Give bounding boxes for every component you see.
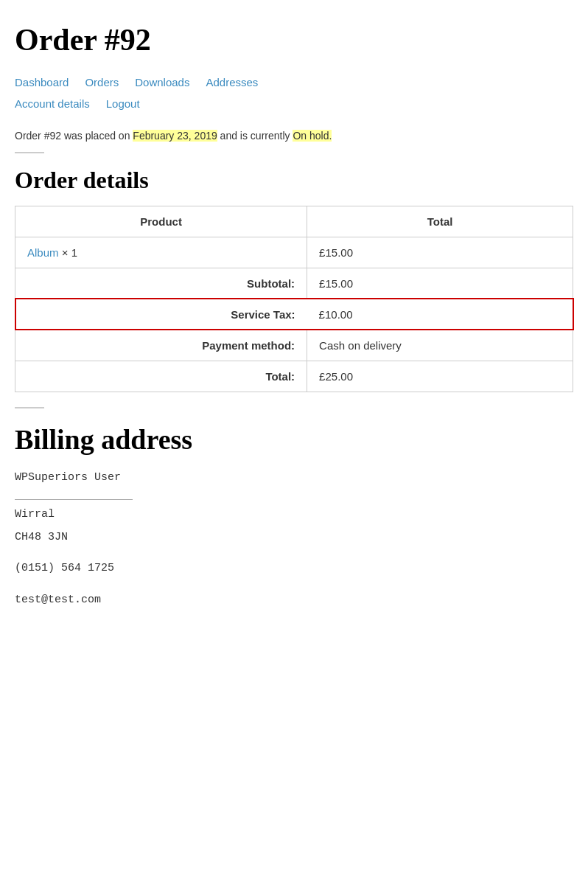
- divider-1: [15, 152, 44, 153]
- divider-2: [15, 407, 44, 408]
- billing-email: test@test.com: [15, 590, 573, 611]
- table-header-row: Product Total: [15, 206, 573, 237]
- billing-title: Billing address: [15, 423, 573, 456]
- total-row: Total: £25.00: [15, 361, 573, 392]
- nav-addresses[interactable]: Addresses: [206, 76, 258, 88]
- nav-dashboard[interactable]: Dashboard: [15, 76, 69, 88]
- billing-postcode: CH48 3JN: [15, 527, 573, 549]
- nav-logout[interactable]: Logout: [106, 97, 140, 110]
- subtotal-value: £15.00: [307, 268, 573, 299]
- service-tax-label: Service Tax:: [15, 299, 307, 330]
- payment-method-label: Payment method:: [15, 330, 307, 361]
- order-status-middle: and is currently: [217, 130, 293, 142]
- product-total: £15.00: [307, 237, 573, 268]
- billing-address-line2: [15, 491, 133, 500]
- service-tax-row: Service Tax: £10.00: [15, 299, 573, 330]
- nav-downloads[interactable]: Downloads: [135, 76, 189, 88]
- total-value: £25.00: [307, 361, 573, 392]
- order-status-value: On hold.: [293, 130, 332, 142]
- nav-links: Dashboard Orders Downloads Addresses Acc…: [15, 72, 573, 115]
- billing-name: WPSuperiors User: [15, 467, 573, 489]
- nav-account-details[interactable]: Account details: [15, 97, 90, 110]
- col-header-total: Total: [307, 206, 573, 237]
- order-status-prefix: Order #92 was placed on: [15, 130, 133, 142]
- product-qty: × 1: [62, 246, 77, 259]
- service-tax-value: £10.00: [307, 299, 573, 330]
- table-row: Album × 1 £15.00: [15, 237, 573, 268]
- billing-city: Wirral: [15, 504, 573, 526]
- subtotal-label: Subtotal:: [15, 268, 307, 299]
- order-status: Order #92 was placed on February 23, 201…: [15, 130, 573, 142]
- billing-address: WPSuperiors User Wirral CH48 3JN (0151) …: [15, 467, 573, 611]
- product-cell: Album × 1: [15, 237, 307, 268]
- billing-section: Billing address WPSuperiors User Wirral …: [15, 423, 573, 611]
- billing-phone: (0151) 564 1725: [15, 558, 573, 580]
- product-link[interactable]: Album: [27, 246, 59, 259]
- subtotal-row: Subtotal: £15.00: [15, 268, 573, 299]
- payment-method-value: Cash on delivery: [307, 330, 573, 361]
- nav-orders[interactable]: Orders: [85, 76, 119, 88]
- page-title: Order #92: [15, 22, 573, 58]
- col-header-product: Product: [15, 206, 307, 237]
- order-details-title: Order details: [15, 167, 573, 194]
- payment-method-row: Payment method: Cash on delivery: [15, 330, 573, 361]
- total-label: Total:: [15, 361, 307, 392]
- order-details-table: Product Total Album × 1 £15.00 Subtotal:…: [15, 206, 573, 392]
- order-date: February 23, 2019: [133, 130, 217, 142]
